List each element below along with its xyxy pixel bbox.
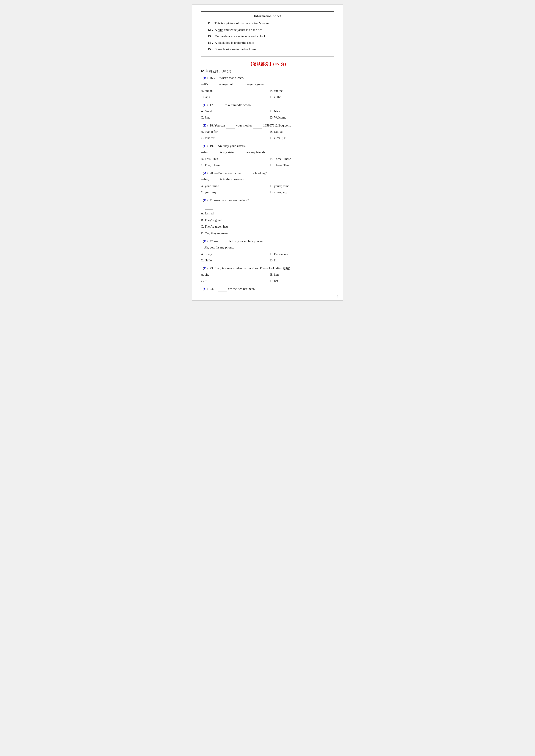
q21-answer: B (204, 198, 206, 203)
q17-opt-b: B. Nice (270, 108, 334, 114)
q20-options-2: C. your; my D. yours; my (201, 189, 334, 195)
q17-answer: D (204, 102, 207, 108)
question-19: （C）19. —Are they your sisters? —No. is m… (201, 143, 334, 168)
q24-answer: C (204, 286, 207, 292)
item-num-11: 11． (208, 21, 214, 25)
q23-line: （D）23. Lucy is a new student in our clas… (201, 265, 334, 271)
q20-dash: —No, is in the classroom. (201, 176, 334, 182)
q22-opt-a: A. Sorry (201, 251, 265, 257)
q19-line: （C）19. —Are they your sisters? (201, 143, 334, 149)
q16-opt-a: A. an; an (201, 88, 265, 94)
info-item-12: 12． A blue and white jacket is on the be… (208, 27, 330, 33)
q17-num: 17. to our middle school! (210, 102, 253, 108)
q17-opt-a: A. Good (201, 108, 265, 114)
q18-opt-d: D. e-mail; at (270, 135, 334, 141)
q21-line: （B）21. —What color are the hats? (201, 198, 334, 203)
q24-paren-open: （ (201, 286, 204, 292)
q20-blank1 (242, 176, 251, 176)
q22-options-2: C. Hello D. Hi (201, 257, 334, 263)
q16-opt-b: B. an; the (270, 88, 334, 94)
q18-blank2 (253, 128, 262, 128)
question-16: （B）16．—What's that, Grace? —It's orange … (201, 75, 334, 100)
q24-line: （C）24. — are the two brothers? (201, 286, 334, 292)
item-text-12-before: A (214, 28, 217, 32)
q23-opt-c: C. it (201, 278, 265, 284)
item-text-12-after: and white jacket is on the bed. (223, 28, 263, 32)
q24-paren-close: ） (206, 286, 210, 292)
info-item-15: 15． Some books are in the bookcase. (208, 46, 330, 52)
q20-paren-close: ） (206, 170, 210, 176)
item-blank-13: notebook (238, 35, 250, 38)
q18-num: 18. You can your mother 185987612@qq.com… (210, 122, 291, 128)
q23-opt-b: B. hers (270, 272, 334, 278)
item-num-14: 14． (208, 41, 214, 44)
q16-opt-c: C. a; a (201, 94, 265, 100)
item-text-13-after: and a clock. (250, 35, 267, 38)
q19-options-2: C. This; These D. These; This (201, 162, 334, 168)
page-number: 2 (337, 295, 339, 298)
q22-opt-b: B. Excuse me (270, 251, 334, 257)
q23-answer: D (204, 265, 207, 271)
q19-opt-d: D. These; This (270, 162, 334, 168)
q21-paren-open: （ (201, 198, 204, 203)
item-text-11-after: Ann's room. (253, 21, 269, 25)
q22-line: （B）22. —. Is this your mobile phone? (201, 238, 334, 244)
q23-paren-open: （ (201, 265, 204, 271)
q22-paren-open: （ (201, 238, 204, 244)
q22-answer: B (204, 238, 206, 244)
q16-answer: B (204, 75, 206, 81)
q20-blank2 (210, 182, 219, 182)
q23-paren-close: ） (206, 265, 210, 271)
q21-dash: —. (201, 204, 334, 209)
q20-answer: A (204, 170, 207, 176)
item-text-15-after: . (256, 47, 257, 51)
q19-paren-open: （ (201, 143, 204, 149)
question-18: （D）18. You can your mother 185987612@qq.… (201, 122, 334, 141)
info-title: Information Sheet (206, 14, 330, 18)
question-21: （B）21. —What color are the hats? —. A. I… (201, 198, 334, 236)
q18-answer: D (204, 122, 207, 128)
q16-options-1: A. an; an B. an; the (201, 88, 334, 94)
q21-opt-b: B. They're green (201, 217, 334, 223)
q18-opt-c: C. ask; for (201, 135, 265, 141)
q17-paren-open: （ (201, 102, 204, 108)
q16-num: 16．—What's that, Grace? (210, 75, 244, 81)
q20-opt-b: B. yours; mine (270, 183, 334, 189)
q19-num: 19. —Are they your sisters? (210, 143, 246, 149)
q22-paren-close: ） (206, 238, 210, 244)
q23-blank1 (291, 271, 300, 271)
q23-opt-a: A. she (201, 272, 265, 278)
q21-paren-close: ） (206, 198, 210, 203)
page: Information Sheet 11． This is a picture … (192, 4, 343, 301)
q22-opt-d: D. Hi (270, 257, 334, 263)
item-num-15: 15． (208, 47, 214, 51)
item-text-14-after: the chair. (241, 41, 254, 44)
q16-options-2: C. a; a D. a; the (201, 94, 334, 100)
item-num-13: 13． (208, 35, 214, 38)
q18-paren-open: （ (201, 122, 204, 128)
question-23: （D）23. Lucy is a new student in our clas… (201, 265, 334, 284)
q23-opt-d: D. her (270, 278, 334, 284)
q18-opt-a: A. thank; for (201, 129, 265, 135)
q18-opt-b: B. call; at (270, 129, 334, 135)
q22-num: 22. —. Is this your mobile phone? (210, 238, 263, 244)
info-item-14: 14． A black dog is under the chair. (208, 40, 330, 46)
q19-opt-b: B. These; These (270, 156, 334, 162)
q17-opt-c: C. Fine (201, 115, 265, 121)
q17-options-1: A. Good B. Nice (201, 108, 334, 114)
q16-paren-close: ） (206, 75, 210, 81)
q18-line: （D）18. You can your mother 185987612@qq.… (201, 122, 334, 128)
q24-num: 24. — are the two brothers? (210, 286, 255, 292)
q18-blank1 (226, 128, 235, 128)
item-blank-11: cousin (244, 21, 253, 25)
q19-opt-c: C. This; These (201, 162, 265, 168)
q19-opt-a: A. This; This (201, 156, 265, 162)
q20-options-1: A. your; mine B. yours; mine (201, 183, 334, 189)
q23-num: 23. Lucy is a new student in our class. … (210, 265, 301, 271)
q17-paren-close: ） (206, 102, 210, 108)
q19-options-1: A. This; This B. These; These (201, 156, 334, 162)
q18-paren-close: ） (206, 122, 210, 128)
q23-options-1: A. she B. hers (201, 272, 334, 278)
q17-options-2: C. Fine D. Welcome (201, 115, 334, 121)
q20-num: 20. —Excuse me. Is this schoolbag? (210, 170, 267, 176)
